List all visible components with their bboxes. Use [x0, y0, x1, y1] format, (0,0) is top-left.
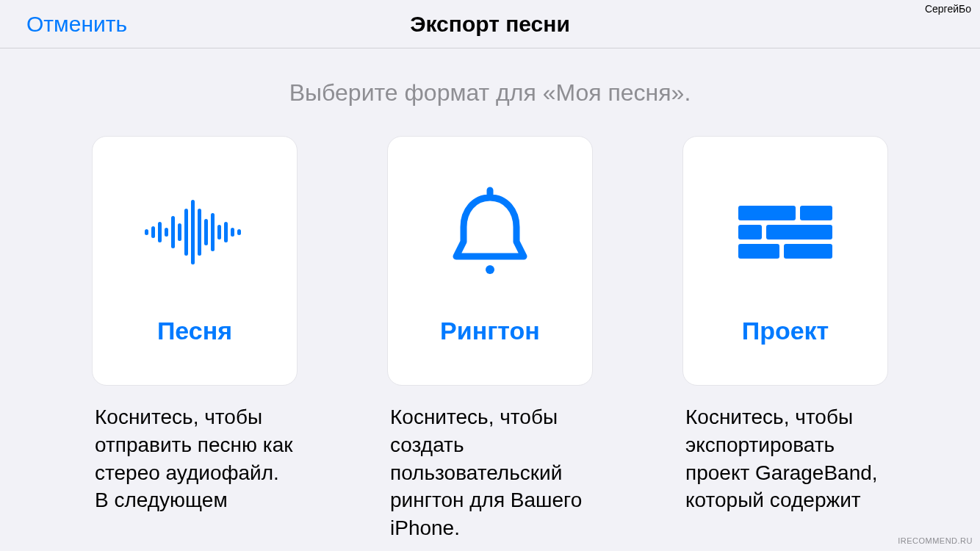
svg-rect-9: [204, 219, 208, 245]
option-description-project: Коснитесь, чтобы экспортировать проект G…: [682, 403, 888, 514]
option-title-ringtone: Рингтон: [440, 317, 540, 345]
waveform-icon: [143, 177, 246, 287]
svg-rect-0: [145, 229, 148, 235]
svg-rect-14: [237, 229, 241, 235]
bricks-icon: [734, 177, 837, 287]
svg-point-15: [486, 265, 494, 274]
svg-rect-11: [217, 225, 221, 240]
svg-rect-10: [211, 213, 215, 251]
header: Отменить Экспорт песни: [0, 0, 980, 48]
option-ringtone: Рингтон Коснитесь, чтобы создать пользов…: [387, 136, 593, 542]
svg-rect-18: [738, 225, 762, 240]
svg-rect-19: [766, 225, 832, 240]
option-card-song[interactable]: Песня: [92, 136, 298, 386]
svg-rect-4: [171, 216, 175, 248]
export-options: Песня Коснитесь, чтобы отправить песню к…: [0, 136, 980, 542]
option-title-song: Песня: [157, 317, 232, 345]
watermark: IRECOMMEND.RU: [898, 536, 973, 545]
option-song: Песня Коснитесь, чтобы отправить песню к…: [92, 136, 298, 542]
svg-rect-16: [738, 206, 796, 220]
svg-rect-13: [231, 228, 234, 237]
username-label: СергейБо: [925, 3, 971, 15]
option-description-ringtone: Коснитесь, чтобы создать пользовательски…: [387, 403, 593, 542]
subtitle: Выберите формат для «Моя песня».: [0, 79, 980, 107]
svg-rect-1: [151, 226, 155, 238]
svg-rect-12: [224, 222, 228, 242]
page-title: Экспорт песни: [410, 12, 570, 37]
bell-icon: [446, 177, 534, 287]
svg-rect-3: [165, 228, 168, 237]
svg-rect-20: [738, 244, 779, 259]
cancel-button[interactable]: Отменить: [26, 12, 127, 37]
svg-rect-6: [184, 209, 188, 256]
svg-rect-21: [784, 244, 832, 259]
content: Выберите формат для «Моя песня».: [0, 48, 980, 542]
option-project: Проект Коснитесь, чтобы экспортировать п…: [682, 136, 888, 542]
svg-rect-8: [198, 209, 201, 256]
option-title-project: Проект: [742, 317, 829, 345]
option-card-ringtone[interactable]: Рингтон: [387, 136, 593, 386]
option-card-project[interactable]: Проект: [682, 136, 888, 386]
svg-rect-5: [178, 223, 181, 241]
option-description-song: Коснитесь, чтобы отправить песню как сте…: [92, 403, 298, 514]
svg-rect-2: [158, 222, 162, 242]
svg-rect-17: [800, 206, 832, 220]
svg-rect-7: [191, 200, 195, 264]
